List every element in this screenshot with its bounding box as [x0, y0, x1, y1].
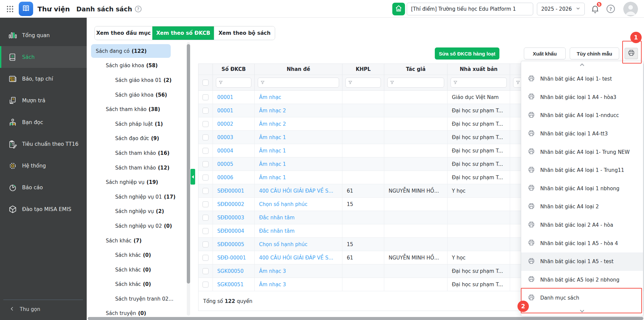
title-link[interactable]: Âm nhạc: [259, 94, 281, 100]
tree-item-sach-nghiep-vu-02[interactable]: Sách nghiệp vụ 02(0): [88, 219, 187, 233]
avatar[interactable]: [623, 2, 638, 16]
tree-item-sach-khac[interactable]: Sách khác(0): [88, 277, 187, 292]
filter-input-nha-xuat-ban[interactable]: [451, 78, 507, 88]
row-checkbox[interactable]: [203, 94, 209, 100]
page-help-icon[interactable]: ?: [135, 6, 142, 12]
sidebar-item-muon-tra[interactable]: Mượn trả: [0, 90, 87, 111]
title-link[interactable]: Đắc nhân tâm: [259, 228, 295, 234]
tree-item-sach-khac[interactable]: Sách khác(0): [88, 248, 187, 262]
header-cell-khpl[interactable]: KHPL: [342, 64, 384, 75]
library-logo[interactable]: [19, 2, 33, 16]
print-menu-item-nhan-bat-giac-loai-1-a5-test[interactable]: Nhãn bát giác loại 1 A5 - test: [521, 252, 643, 271]
tree-item-sach-nghiep-vu[interactable]: Sách nghiệp vụ(19): [88, 175, 187, 190]
header-cell-tac-gia[interactable]: Tác giả: [384, 64, 448, 75]
dkcb-link[interactable]: 00001: [217, 108, 233, 114]
dkcb-link[interactable]: 00001: [217, 94, 233, 100]
title-link[interactable]: 400 CÂU HỎI GIẢI ĐÁP VỀ S...: [259, 255, 333, 261]
print-menu-item-nhan-bat-giac-a4-loai-1-nbhong[interactable]: Nhãn bát giác A4 loại 1 nbhong: [521, 180, 643, 198]
title-link[interactable]: Âm nhạc 1: [259, 161, 286, 167]
sidebar-item-bao-tap-chi[interactable]: Báo, tạp chí: [0, 68, 87, 90]
select-all-checkbox[interactable]: [203, 80, 209, 86]
tab-xem-theo-so-dkcb[interactable]: Xem theo số ĐKCB: [152, 26, 214, 40]
row-checkbox[interactable]: [203, 228, 209, 234]
tree-item-sach-khac[interactable]: Sách khác(7): [88, 233, 187, 248]
title-link[interactable]: Âm nhạc 3: [259, 268, 286, 274]
row-checkbox[interactable]: [203, 255, 209, 261]
tree-item-sach-phap-luat[interactable]: Sách pháp luật(1): [88, 117, 187, 131]
row-checkbox[interactable]: [203, 148, 209, 154]
sidebar-item-tieu-chuan-theo-tt16[interactable]: Tiêu chuẩn theo TT16: [0, 133, 87, 155]
filter-input-tac-gia[interactable]: [387, 78, 444, 88]
horizontal-scrollbar[interactable]: [88, 317, 643, 320]
row-checkbox[interactable]: [203, 215, 209, 221]
print-menu-item-nhan-bat-giac-a4-loai-2[interactable]: Nhãn bát giác A4 loại 2: [521, 198, 643, 216]
title-link[interactable]: Âm nhạc 3: [259, 282, 286, 288]
print-menu-item-nhan-bat-giac-a5-loai-2-nbhong[interactable]: Nhãn bát giác A5 loại 2 nbhong: [521, 271, 643, 289]
filter-input-nhan-de[interactable]: [258, 78, 339, 88]
dkcb-link[interactable]: SĐĐ00004: [217, 228, 244, 234]
tree-item-sach-truyen-tranh-02[interactable]: Sách truyện tranh 02…: [88, 292, 187, 306]
tree-item-sach-dang-co[interactable]: Sách đang có(122): [88, 44, 187, 59]
help-button[interactable]: ?: [607, 5, 615, 13]
row-checkbox[interactable]: [203, 282, 209, 288]
title-link[interactable]: Đắc nhân tâm: [259, 215, 295, 221]
tree-item-sach-khac[interactable]: Sách khác(0): [88, 262, 187, 277]
title-link[interactable]: Âm nhạc 1: [259, 134, 286, 140]
row-checkbox[interactable]: [203, 201, 209, 207]
dkcb-link[interactable]: SĐĐ00002: [217, 201, 244, 207]
sidebar-item-sach[interactable]: Sách: [0, 46, 87, 68]
export-button[interactable]: Xuất khẩu: [524, 47, 566, 60]
dkcb-link[interactable]: SĐĐ00005: [217, 241, 244, 247]
sidebar-collapse-button[interactable]: Thu gọn: [0, 301, 87, 318]
tab-xem-theo-dau-muc[interactable]: Xem theo đầu mục: [95, 26, 152, 40]
tree-collapse-handle[interactable]: [190, 169, 195, 185]
row-checkbox[interactable]: [203, 161, 209, 167]
print-menu-item-danh-muc-sach[interactable]: Danh mục sách: [521, 289, 643, 307]
dkcb-link[interactable]: 00004: [217, 148, 233, 154]
tree-item-sach-giao-khoa-01[interactable]: Sách giáo khoa 01(2): [88, 73, 187, 88]
app-grid-icon[interactable]: [6, 5, 14, 13]
dkcb-link[interactable]: 00002: [217, 121, 233, 127]
sidebar-item-he-thong[interactable]: Hệ thống: [0, 155, 87, 177]
tree-item-sach-giao-khoa[interactable]: Sách giáo khoa(58): [88, 59, 187, 73]
tab-xem-theo-bo-sach[interactable]: Xem theo bộ sách: [214, 26, 275, 40]
menu-scroll-up[interactable]: [521, 61, 643, 70]
print-menu-item-nhan-bat-giac-loai-1-a4-hoa3[interactable]: Nhãn bát giác loại 1 A4 - hòa3: [521, 88, 643, 107]
header-cell-nha-xuat-ban[interactable]: Nhà xuất bản: [448, 64, 510, 75]
tree-item-sach-tham-khao[interactable]: Sách tham khảo(16): [88, 146, 187, 161]
row-checkbox[interactable]: [203, 188, 209, 194]
dkcb-link[interactable]: SĐĐ-00001: [217, 255, 246, 261]
tree-item-sach-tham-khao[interactable]: Sách tham khảo(12): [88, 161, 187, 175]
dkcb-link[interactable]: SGK00050: [217, 268, 244, 274]
tree-scrollbar-thumb[interactable]: [187, 44, 190, 284]
header-cell-nhan-de[interactable]: Nhan đề: [255, 64, 342, 75]
print-menu-item-nhan-bat-giac-a4-loai-1-test[interactable]: Nhãn bát giác A4 loại 1- test: [521, 70, 643, 88]
tree-item-sach-nghiep-vu[interactable]: Sách nghiệp vụ(2): [88, 204, 187, 219]
print-menu-item-nhan-bat-giac-loai-2-a4-hoa[interactable]: Nhãn bát giác loại 2 A4 - hòa: [521, 216, 643, 234]
row-checkbox[interactable]: [203, 241, 209, 247]
tree-item-sach-dao-duc[interactable]: Sách đạo đức(9): [88, 131, 187, 146]
title-link[interactable]: Âm nhạc 1: [259, 148, 286, 154]
row-checkbox[interactable]: [203, 268, 209, 274]
print-menu-item-nhan-bat-giac-loai-1-a4-tt3[interactable]: Nhãn bát giác loại 1 A4-tt3: [521, 125, 643, 143]
print-menu-item-nhan-bat-giac-a4-loai-1-trung-new[interactable]: Nhãn bát giác A4 loại 1- Trung NEW: [521, 143, 643, 161]
print-button[interactable]: [625, 48, 638, 59]
bulk-edit-dkcb-button[interactable]: Sửa số ĐKCB hàng loạt: [435, 47, 499, 60]
dkcb-link[interactable]: 00005: [217, 161, 233, 167]
header-cell-so-dkcb[interactable]: Số ĐKCB: [213, 64, 255, 75]
notifications-button[interactable]: 5: [590, 4, 600, 14]
row-checkbox[interactable]: [203, 108, 209, 114]
menu-scroll-down[interactable]: [521, 307, 643, 316]
school-selector[interactable]: [Thí điểm] Trường tiểu học Edu Platform …: [407, 3, 533, 15]
print-menu-item-nhan-bat-giac-a4-loai-1-nnducc[interactable]: Nhãn bát giác A4 loại 1-nnducc: [521, 106, 643, 125]
customize-template-button[interactable]: Tùy chỉnh mẫu: [570, 47, 619, 60]
sidebar-item-bao-cao[interactable]: Báo cáo: [0, 177, 87, 198]
title-link[interactable]: Âm nhạc 2: [259, 108, 286, 114]
row-checkbox[interactable]: [203, 121, 209, 127]
row-checkbox[interactable]: [203, 175, 209, 181]
title-link[interactable]: Chọn số hạnh phúc: [259, 241, 307, 247]
dkcb-link[interactable]: SĐĐ00001: [217, 188, 244, 194]
home-school-button[interactable]: [392, 3, 405, 15]
dkcb-link[interactable]: 00003: [217, 134, 233, 140]
sidebar-item-dao-tao-misa-emis[interactable]: Đào tạo MISA EMIS: [0, 198, 87, 220]
